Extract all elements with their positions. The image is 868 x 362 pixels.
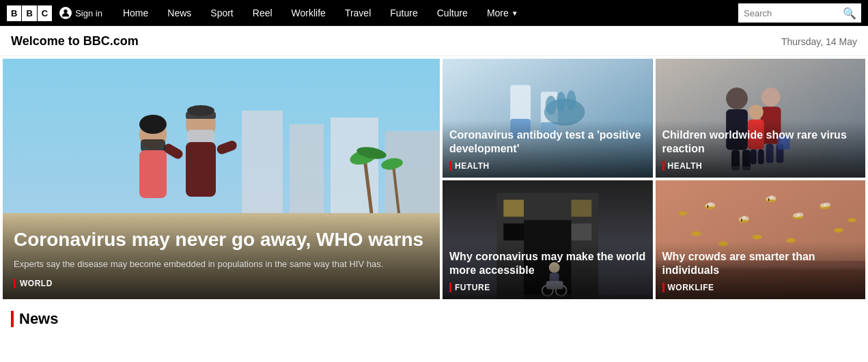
card-antibody-category: HEALTH xyxy=(455,161,490,171)
nav-links: Home News Sport Reel Worklife Travel Fut… xyxy=(113,0,733,26)
card-antibody[interactable]: Coronavirus antibody test a 'positive de… xyxy=(443,59,653,178)
tag-bar-icon xyxy=(449,161,451,171)
main-grid: Coronavirus may never go away, WHO warns… xyxy=(0,56,868,302)
svg-point-79 xyxy=(752,235,761,240)
svg-point-73 xyxy=(796,212,803,217)
sign-in-label: Sign in xyxy=(75,8,102,18)
bbc-logo-c: C xyxy=(38,5,52,21)
svg-point-21 xyxy=(139,115,167,134)
svg-point-30 xyxy=(557,92,566,112)
hero-title: Coronavirus may never go away, WHO warns xyxy=(14,228,429,251)
hero-subtitle: Experts say the disease may become embed… xyxy=(14,258,429,270)
welcome-bar: Welcome to BBC.com Thursday, 14 May xyxy=(0,26,868,56)
card-accessible-tag: FUTURE xyxy=(449,283,646,292)
search-icon[interactable]: 🔍 xyxy=(843,7,856,20)
nav-reel[interactable]: Reel xyxy=(243,0,282,26)
tag-bar-icon xyxy=(662,283,664,292)
card-children-tag: HEALTH xyxy=(662,161,859,171)
card-children-title: Children worldwide show rare virus react… xyxy=(662,128,859,156)
card-children-overlay: Children worldwide show rare virus react… xyxy=(656,120,866,178)
tag-bar-icon xyxy=(14,279,16,288)
svg-point-82 xyxy=(678,211,686,215)
hero-overlay: Coronavirus may never go away, WHO warns… xyxy=(3,214,440,299)
svg-point-77 xyxy=(691,232,701,236)
hero-category: WORLD xyxy=(20,279,53,288)
card-crowds-title: Why crowds are smarter than individuals xyxy=(662,250,859,277)
svg-point-76 xyxy=(824,202,830,206)
nav-culture[interactable]: Culture xyxy=(428,0,477,26)
svg-rect-51 xyxy=(571,199,591,217)
card-antibody-title: Coronavirus antibody test a 'positive de… xyxy=(449,128,646,156)
tag-bar-icon xyxy=(662,161,664,171)
right-grid: Coronavirus antibody test a 'positive de… xyxy=(443,59,865,299)
svg-point-37 xyxy=(761,87,780,107)
svg-point-29 xyxy=(546,96,557,115)
nav-worklife[interactable]: Worklife xyxy=(282,0,335,26)
nav-more[interactable]: More ▼ xyxy=(477,0,528,26)
svg-point-31 xyxy=(567,90,576,111)
card-accessible-title: Why coronavirus may make the world more … xyxy=(449,250,646,277)
search-input[interactable] xyxy=(744,8,843,18)
svg-point-15 xyxy=(187,105,214,116)
date-display: Thursday, 14 May xyxy=(781,36,857,47)
svg-rect-50 xyxy=(503,199,524,217)
bbc-logo-b1: B xyxy=(7,5,21,21)
svg-point-41 xyxy=(748,105,763,120)
sign-in-button[interactable]: Sign in xyxy=(59,7,102,19)
card-crowds[interactable]: Why crowds are smarter than individuals … xyxy=(656,180,866,299)
svg-rect-20 xyxy=(141,139,165,152)
user-icon xyxy=(59,7,72,19)
svg-rect-4 xyxy=(290,124,324,213)
search-box[interactable]: 🔍 xyxy=(738,3,861,23)
svg-point-83 xyxy=(848,218,856,222)
news-header: News xyxy=(11,310,857,328)
card-accessible-overlay: Why coronavirus may make the world more … xyxy=(443,242,653,299)
news-section: News xyxy=(0,302,868,336)
navigation: B B C Sign in Home News Sport Reel Workl… xyxy=(0,0,868,26)
svg-point-81 xyxy=(833,228,843,233)
chevron-down-icon: ▼ xyxy=(512,10,518,17)
nav-future[interactable]: Future xyxy=(380,0,427,26)
svg-rect-3 xyxy=(242,111,283,213)
hero-tag: WORLD xyxy=(14,279,429,288)
nav-home[interactable]: Home xyxy=(113,0,158,26)
bbc-logo[interactable]: B B C xyxy=(7,5,53,21)
card-children[interactable]: Children worldwide show rare virus react… xyxy=(656,59,866,178)
news-header-bar-icon xyxy=(11,311,14,327)
svg-point-0 xyxy=(64,10,68,13)
card-accessible-category: FUTURE xyxy=(455,283,490,292)
bbc-logo-b2: B xyxy=(22,5,36,21)
news-header-label: News xyxy=(19,310,58,328)
hero-article[interactable]: Coronavirus may never go away, WHO warns… xyxy=(3,59,440,299)
svg-rect-53 xyxy=(571,223,591,240)
svg-rect-22 xyxy=(139,150,167,198)
card-antibody-tag: HEALTH xyxy=(449,161,646,171)
card-crowds-tag: WORKLIFE xyxy=(662,283,859,292)
nav-news[interactable]: News xyxy=(158,0,201,26)
svg-rect-52 xyxy=(503,223,524,240)
welcome-text: Welcome to BBC.com xyxy=(11,34,139,48)
card-children-category: HEALTH xyxy=(668,161,703,171)
svg-rect-16 xyxy=(186,142,216,197)
nav-sport[interactable]: Sport xyxy=(201,0,242,26)
nav-travel[interactable]: Travel xyxy=(335,0,380,26)
svg-rect-86 xyxy=(768,198,769,201)
svg-point-33 xyxy=(726,87,748,109)
card-crowds-overlay: Why crowds are smarter than individuals … xyxy=(656,242,866,299)
svg-rect-85 xyxy=(740,219,742,221)
svg-rect-13 xyxy=(187,130,214,143)
card-accessible[interactable]: Why coronavirus may make the world more … xyxy=(443,180,653,299)
card-crowds-category: WORKLIFE xyxy=(668,283,714,292)
nav-more-label: More xyxy=(487,8,509,18)
tag-bar-icon xyxy=(449,283,451,292)
card-antibody-overlay: Coronavirus antibody test a 'positive de… xyxy=(443,120,653,178)
